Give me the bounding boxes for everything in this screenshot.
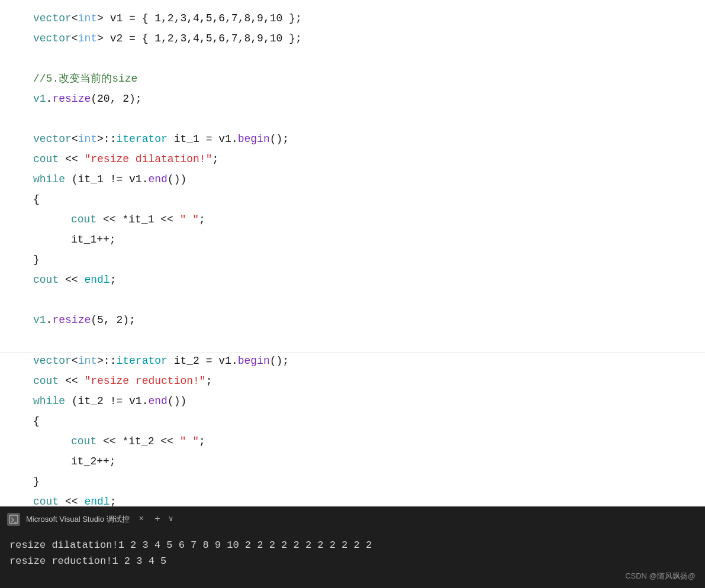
code-line: while (it_2 != v1.end()) [0,393,705,413]
output-lines: resize dilatation!1 2 3 4 5 6 7 8 9 10 2… [0,532,705,576]
terminal-bar: Microsoft Visual Studio 调试控 × + ∨ [0,506,705,532]
code-line: it_1++; [0,232,705,252]
output-line-1: resize dilatation!1 2 3 4 5 6 7 8 9 10 2… [9,537,696,553]
terminal-chevron-icon[interactable]: ∨ [169,513,173,525]
code-line: vector<int>::iterator it_2 = v1.begin(); [0,353,705,373]
code-line: } [0,474,705,494]
csdn-watermark: CSDN @随风飘扬@ [625,570,696,582]
code-line: cout << *it_2 << " "; [0,434,705,454]
code-line: v1.resize(20, 2); [0,91,705,111]
code-line [0,51,705,71]
output-line-2: resize reduction!1 2 3 4 5 [9,553,696,569]
code-editor: vector<int> v1 = { 1,2,3,4,5,6,7,8,9,10 … [0,0,705,506]
code-line: cout << endl; [0,494,705,506]
code-line: //5.改变当前的size [0,71,705,91]
code-line: cout << endl; [0,272,705,292]
code-line: vector<int>::iterator it_1 = v1.begin(); [0,131,705,151]
code-line [0,111,705,131]
terminal-close-button[interactable]: × [139,513,144,526]
code-line: it_2++; [0,454,705,474]
output-area: resize dilatation!1 2 3 4 5 6 7 8 9 10 2… [0,532,705,588]
code-line: while (it_1 != v1.end()) [0,172,705,192]
terminal-app-icon [7,513,20,526]
code-line: cout << "resize reduction!"; [0,373,705,393]
code-line: vector<int> v1 = { 1,2,3,4,5,6,7,8,9,10 … [0,11,705,31]
code-line: { [0,413,705,434]
terminal-tab-label: Microsoft Visual Studio 调试控 [26,513,130,525]
code-line: } [0,252,705,272]
terminal-add-button[interactable]: + [154,512,160,527]
code-line: v1.resize(5, 2); [0,312,705,332]
code-line [0,292,705,312]
code-line: cout << *it_1 << " "; [0,212,705,232]
code-line: cout << "resize dilatation!"; [0,151,705,172]
code-line: vector<int> v2 = { 1,2,3,4,5,6,7,8,9,10 … [0,31,705,51]
code-line [0,332,705,353]
code-line: { [0,192,705,212]
